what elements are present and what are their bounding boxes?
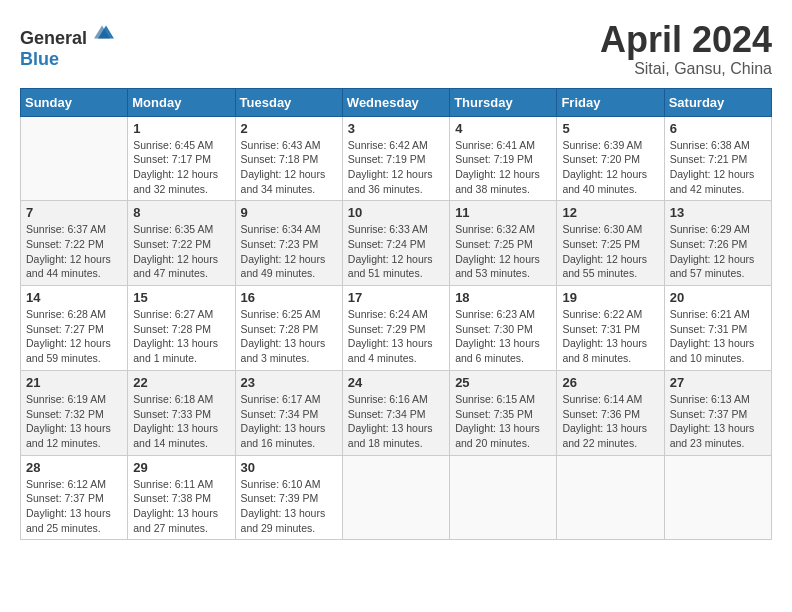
day-cell-1: 1Sunrise: 6:45 AM Sunset: 7:17 PM Daylig… bbox=[128, 116, 235, 201]
cell-info: Sunrise: 6:14 AM Sunset: 7:36 PM Dayligh… bbox=[562, 392, 658, 451]
day-number: 5 bbox=[562, 121, 658, 136]
day-number: 9 bbox=[241, 205, 337, 220]
day-cell-29: 29Sunrise: 6:11 AM Sunset: 7:38 PM Dayli… bbox=[128, 455, 235, 540]
cell-info: Sunrise: 6:24 AM Sunset: 7:29 PM Dayligh… bbox=[348, 307, 444, 366]
day-cell-13: 13Sunrise: 6:29 AM Sunset: 7:26 PM Dayli… bbox=[664, 201, 771, 286]
month-title: April 2024 bbox=[600, 20, 772, 60]
cell-info: Sunrise: 6:10 AM Sunset: 7:39 PM Dayligh… bbox=[241, 477, 337, 536]
logo: General Blue bbox=[20, 20, 118, 70]
day-number: 15 bbox=[133, 290, 229, 305]
day-cell-28: 28Sunrise: 6:12 AM Sunset: 7:37 PM Dayli… bbox=[21, 455, 128, 540]
logo-blue: Blue bbox=[20, 49, 59, 69]
day-number: 30 bbox=[241, 460, 337, 475]
calendar-table: SundayMondayTuesdayWednesdayThursdayFrid… bbox=[20, 88, 772, 541]
cell-info: Sunrise: 6:23 AM Sunset: 7:30 PM Dayligh… bbox=[455, 307, 551, 366]
day-number: 10 bbox=[348, 205, 444, 220]
day-cell-8: 8Sunrise: 6:35 AM Sunset: 7:22 PM Daylig… bbox=[128, 201, 235, 286]
header-row: SundayMondayTuesdayWednesdayThursdayFrid… bbox=[21, 88, 772, 116]
cell-info: Sunrise: 6:42 AM Sunset: 7:19 PM Dayligh… bbox=[348, 138, 444, 197]
cell-info: Sunrise: 6:22 AM Sunset: 7:31 PM Dayligh… bbox=[562, 307, 658, 366]
column-header-saturday: Saturday bbox=[664, 88, 771, 116]
day-cell-26: 26Sunrise: 6:14 AM Sunset: 7:36 PM Dayli… bbox=[557, 370, 664, 455]
day-cell-16: 16Sunrise: 6:25 AM Sunset: 7:28 PM Dayli… bbox=[235, 286, 342, 371]
cell-info: Sunrise: 6:34 AM Sunset: 7:23 PM Dayligh… bbox=[241, 222, 337, 281]
day-number: 2 bbox=[241, 121, 337, 136]
day-number: 21 bbox=[26, 375, 122, 390]
day-cell-10: 10Sunrise: 6:33 AM Sunset: 7:24 PM Dayli… bbox=[342, 201, 449, 286]
cell-info: Sunrise: 6:28 AM Sunset: 7:27 PM Dayligh… bbox=[26, 307, 122, 366]
day-cell-2: 2Sunrise: 6:43 AM Sunset: 7:18 PM Daylig… bbox=[235, 116, 342, 201]
logo-text: General Blue bbox=[20, 20, 118, 70]
cell-info: Sunrise: 6:30 AM Sunset: 7:25 PM Dayligh… bbox=[562, 222, 658, 281]
cell-info: Sunrise: 6:33 AM Sunset: 7:24 PM Dayligh… bbox=[348, 222, 444, 281]
cell-info: Sunrise: 6:32 AM Sunset: 7:25 PM Dayligh… bbox=[455, 222, 551, 281]
cell-info: Sunrise: 6:45 AM Sunset: 7:17 PM Dayligh… bbox=[133, 138, 229, 197]
day-cell-21: 21Sunrise: 6:19 AM Sunset: 7:32 PM Dayli… bbox=[21, 370, 128, 455]
day-number: 19 bbox=[562, 290, 658, 305]
cell-info: Sunrise: 6:37 AM Sunset: 7:22 PM Dayligh… bbox=[26, 222, 122, 281]
day-cell-5: 5Sunrise: 6:39 AM Sunset: 7:20 PM Daylig… bbox=[557, 116, 664, 201]
day-number: 16 bbox=[241, 290, 337, 305]
day-cell-19: 19Sunrise: 6:22 AM Sunset: 7:31 PM Dayli… bbox=[557, 286, 664, 371]
logo-general: General bbox=[20, 28, 87, 48]
day-number: 27 bbox=[670, 375, 766, 390]
day-cell-23: 23Sunrise: 6:17 AM Sunset: 7:34 PM Dayli… bbox=[235, 370, 342, 455]
cell-info: Sunrise: 6:19 AM Sunset: 7:32 PM Dayligh… bbox=[26, 392, 122, 451]
cell-info: Sunrise: 6:39 AM Sunset: 7:20 PM Dayligh… bbox=[562, 138, 658, 197]
cell-info: Sunrise: 6:43 AM Sunset: 7:18 PM Dayligh… bbox=[241, 138, 337, 197]
day-cell-27: 27Sunrise: 6:13 AM Sunset: 7:37 PM Dayli… bbox=[664, 370, 771, 455]
day-number: 20 bbox=[670, 290, 766, 305]
column-header-sunday: Sunday bbox=[21, 88, 128, 116]
cell-info: Sunrise: 6:25 AM Sunset: 7:28 PM Dayligh… bbox=[241, 307, 337, 366]
cell-info: Sunrise: 6:17 AM Sunset: 7:34 PM Dayligh… bbox=[241, 392, 337, 451]
day-number: 17 bbox=[348, 290, 444, 305]
cell-info: Sunrise: 6:13 AM Sunset: 7:37 PM Dayligh… bbox=[670, 392, 766, 451]
day-number: 25 bbox=[455, 375, 551, 390]
cell-info: Sunrise: 6:15 AM Sunset: 7:35 PM Dayligh… bbox=[455, 392, 551, 451]
empty-cell bbox=[664, 455, 771, 540]
cell-info: Sunrise: 6:38 AM Sunset: 7:21 PM Dayligh… bbox=[670, 138, 766, 197]
empty-cell bbox=[450, 455, 557, 540]
day-cell-22: 22Sunrise: 6:18 AM Sunset: 7:33 PM Dayli… bbox=[128, 370, 235, 455]
day-cell-11: 11Sunrise: 6:32 AM Sunset: 7:25 PM Dayli… bbox=[450, 201, 557, 286]
day-number: 22 bbox=[133, 375, 229, 390]
day-cell-3: 3Sunrise: 6:42 AM Sunset: 7:19 PM Daylig… bbox=[342, 116, 449, 201]
empty-cell bbox=[557, 455, 664, 540]
day-number: 8 bbox=[133, 205, 229, 220]
day-number: 1 bbox=[133, 121, 229, 136]
page-header: General Blue April 2024 Sitai, Gansu, Ch… bbox=[20, 20, 772, 78]
cell-info: Sunrise: 6:41 AM Sunset: 7:19 PM Dayligh… bbox=[455, 138, 551, 197]
day-cell-18: 18Sunrise: 6:23 AM Sunset: 7:30 PM Dayli… bbox=[450, 286, 557, 371]
column-header-thursday: Thursday bbox=[450, 88, 557, 116]
day-number: 24 bbox=[348, 375, 444, 390]
empty-cell bbox=[21, 116, 128, 201]
column-header-tuesday: Tuesday bbox=[235, 88, 342, 116]
day-number: 29 bbox=[133, 460, 229, 475]
day-number: 12 bbox=[562, 205, 658, 220]
day-number: 23 bbox=[241, 375, 337, 390]
location-title: Sitai, Gansu, China bbox=[600, 60, 772, 78]
day-number: 13 bbox=[670, 205, 766, 220]
title-block: April 2024 Sitai, Gansu, China bbox=[600, 20, 772, 78]
day-number: 14 bbox=[26, 290, 122, 305]
day-number: 6 bbox=[670, 121, 766, 136]
day-cell-25: 25Sunrise: 6:15 AM Sunset: 7:35 PM Dayli… bbox=[450, 370, 557, 455]
logo-icon bbox=[94, 20, 118, 44]
cell-info: Sunrise: 6:27 AM Sunset: 7:28 PM Dayligh… bbox=[133, 307, 229, 366]
day-number: 3 bbox=[348, 121, 444, 136]
cell-info: Sunrise: 6:11 AM Sunset: 7:38 PM Dayligh… bbox=[133, 477, 229, 536]
day-cell-7: 7Sunrise: 6:37 AM Sunset: 7:22 PM Daylig… bbox=[21, 201, 128, 286]
day-cell-30: 30Sunrise: 6:10 AM Sunset: 7:39 PM Dayli… bbox=[235, 455, 342, 540]
day-cell-17: 17Sunrise: 6:24 AM Sunset: 7:29 PM Dayli… bbox=[342, 286, 449, 371]
empty-cell bbox=[342, 455, 449, 540]
day-cell-4: 4Sunrise: 6:41 AM Sunset: 7:19 PM Daylig… bbox=[450, 116, 557, 201]
day-cell-9: 9Sunrise: 6:34 AM Sunset: 7:23 PM Daylig… bbox=[235, 201, 342, 286]
day-cell-20: 20Sunrise: 6:21 AM Sunset: 7:31 PM Dayli… bbox=[664, 286, 771, 371]
day-cell-6: 6Sunrise: 6:38 AM Sunset: 7:21 PM Daylig… bbox=[664, 116, 771, 201]
column-header-monday: Monday bbox=[128, 88, 235, 116]
day-number: 4 bbox=[455, 121, 551, 136]
cell-info: Sunrise: 6:35 AM Sunset: 7:22 PM Dayligh… bbox=[133, 222, 229, 281]
day-cell-12: 12Sunrise: 6:30 AM Sunset: 7:25 PM Dayli… bbox=[557, 201, 664, 286]
day-number: 28 bbox=[26, 460, 122, 475]
day-cell-14: 14Sunrise: 6:28 AM Sunset: 7:27 PM Dayli… bbox=[21, 286, 128, 371]
